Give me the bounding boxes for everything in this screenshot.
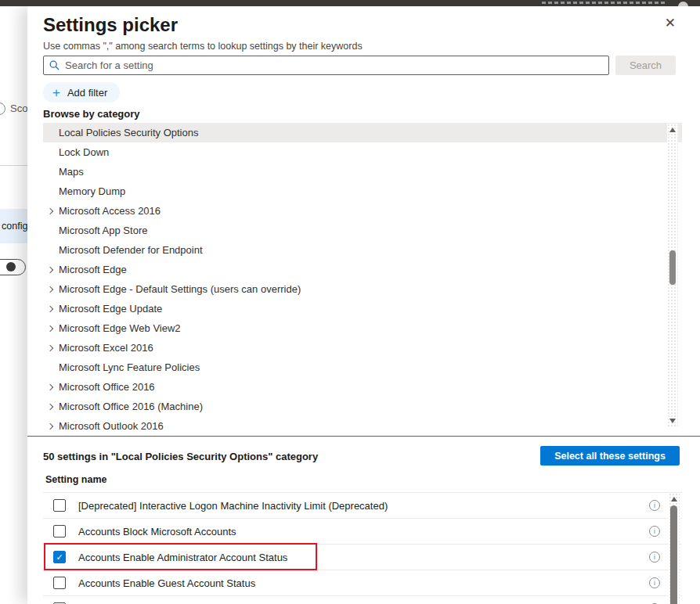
chevron-right-icon: [46, 148, 56, 157]
section-divider: [27, 436, 700, 437]
setting-row[interactable]: ✓ Accounts Enable Administrator Account …: [43, 545, 682, 570]
scroll-up-icon[interactable]: [671, 497, 677, 502]
chevron-right-icon: [46, 304, 56, 314]
category-label: Maps: [59, 166, 84, 178]
chevron-right-icon: [46, 363, 56, 372]
category-label: Microsoft Excel 2016: [59, 342, 153, 354]
category-item[interactable]: Microsoft Edge - Default Settings (users…: [43, 279, 682, 299]
add-filter-button[interactable]: + Add filter: [43, 82, 120, 102]
avatar[interactable]: [678, 2, 688, 6]
category-label: Microsoft Edge - Default Settings (users…: [59, 283, 301, 295]
setting-checkbox[interactable]: ✓: [53, 577, 66, 589]
setting-row[interactable]: ✓ Accounts Enable Guest Account Status i: [43, 570, 682, 596]
top-navigation-bar: [0, 0, 700, 6]
category-item[interactable]: Memory Dump: [43, 182, 682, 201]
category-item[interactable]: Microsoft Edge Web View2: [43, 318, 682, 338]
category-list: Local Policies Security Options Lock Dow…: [43, 123, 682, 430]
info-icon: [0, 102, 5, 115]
category-item[interactable]: Microsoft Excel 2016: [43, 338, 682, 358]
category-item[interactable]: Microsoft App Store: [43, 221, 682, 240]
plus-icon: +: [52, 86, 60, 99]
setting-label: Accounts Block Microsoft Accounts: [78, 526, 236, 537]
chevron-right-icon: [46, 265, 56, 275]
setting-row[interactable]: ✓ Accounts Block Microsoft Accounts i: [43, 519, 682, 545]
background-divider: [0, 165, 27, 166]
category-label: Lock Down: [59, 146, 109, 158]
add-filter-label: Add filter: [67, 87, 107, 99]
setting-checkbox[interactable]: ✓: [53, 525, 66, 537]
account-text-sliver: [542, 2, 667, 4]
category-scrollbar[interactable]: [667, 124, 678, 427]
category-item[interactable]: Microsoft Office 2016: [43, 377, 682, 397]
toggle-knob-icon: [6, 262, 16, 271]
chevron-right-icon: [46, 343, 56, 353]
chevron-right-icon: [46, 207, 56, 216]
search-button[interactable]: Search: [615, 56, 676, 75]
chevron-right-icon: [46, 383, 56, 392]
category-item[interactable]: Microsoft Office 2016 (Machine): [43, 397, 682, 416]
chevron-right-icon: [46, 187, 56, 196]
setting-name-column-header: Setting name: [45, 474, 107, 485]
info-icon[interactable]: i: [649, 552, 660, 563]
chevron-right-icon: [46, 246, 56, 255]
setting-row[interactable]: ✓ Accounts Limit Local Account Use Of Bl…: [43, 596, 682, 604]
setting-label: Accounts Enable Guest Account Status: [78, 577, 255, 589]
scrollbar-thumb[interactable]: [669, 250, 676, 285]
config-partial-text: config: [2, 221, 27, 232]
category-label: Local Policies Security Options: [59, 127, 198, 138]
setting-label: Accounts Enable Administrator Account St…: [78, 552, 287, 563]
close-icon[interactable]: ✕: [665, 16, 676, 30]
category-label: Microsoft Lync Feature Policies: [59, 361, 200, 373]
page-title: Settings picker: [43, 14, 178, 36]
category-label: Microsoft Defender for Endpoint: [59, 244, 203, 256]
category-label: Microsoft Office 2016: [59, 381, 155, 393]
chevron-right-icon: [46, 422, 56, 430]
panel-subtitle: Use commas "," among search terms to loo…: [43, 41, 363, 52]
settings-picker-panel: Settings picker ✕ Use commas "," among s…: [27, 6, 700, 604]
browse-by-category-label: Browse by category: [43, 108, 140, 120]
category-item[interactable]: Lock Down: [43, 142, 682, 162]
table-scrollbar[interactable]: [669, 493, 680, 604]
category-label: Microsoft Office 2016 (Machine): [59, 401, 203, 412]
category-item[interactable]: Microsoft Access 2016: [43, 201, 682, 221]
setting-label: [Deprecated] Interactive Logon Machine I…: [78, 500, 388, 512]
category-item[interactable]: Local Policies Security Options: [43, 123, 682, 142]
category-item[interactable]: Maps: [43, 162, 682, 182]
category-label: Microsoft App Store: [59, 225, 147, 236]
chevron-right-icon: [46, 402, 56, 412]
setting-row[interactable]: ✓ [Deprecated] Interactive Logon Machine…: [43, 493, 682, 519]
background-toggle[interactable]: [0, 259, 26, 275]
category-item[interactable]: Microsoft Defender for Endpoint: [43, 240, 682, 260]
results-summary: 50 settings in "Local Policies Security …: [43, 451, 318, 462]
chevron-right-icon: [46, 128, 56, 138]
scope-partial-text: Sco: [10, 102, 27, 114]
category-item[interactable]: Microsoft Edge Update: [43, 299, 682, 318]
info-icon[interactable]: i: [649, 577, 660, 588]
chevron-right-icon: [46, 324, 56, 333]
category-item[interactable]: Microsoft Outlook 2016: [43, 416, 682, 430]
setting-checkbox[interactable]: ✓: [53, 499, 66, 512]
scroll-down-icon[interactable]: [669, 419, 676, 423]
category-label: Microsoft Edge Update: [59, 303, 162, 315]
select-all-button[interactable]: Select all these settings: [540, 446, 680, 466]
settings-table: ✓ [Deprecated] Interactive Logon Machine…: [43, 492, 682, 604]
info-icon[interactable]: i: [649, 500, 660, 511]
chevron-right-icon: [46, 285, 56, 294]
setting-checkbox[interactable]: ✓: [53, 551, 66, 563]
search-input[interactable]: [43, 56, 609, 75]
scroll-up-icon[interactable]: [669, 128, 676, 132]
category-label: Microsoft Edge Web View2: [59, 322, 181, 334]
scrollbar-thumb[interactable]: [670, 505, 677, 604]
check-icon: ✓: [56, 553, 63, 562]
category-label: Microsoft Outlook 2016: [59, 420, 164, 430]
category-label: Microsoft Access 2016: [59, 205, 161, 217]
category-item[interactable]: Microsoft Lync Feature Policies: [43, 358, 682, 377]
info-icon[interactable]: i: [649, 526, 660, 537]
category-label: Microsoft Edge: [59, 264, 127, 275]
category-item[interactable]: Microsoft Edge: [43, 260, 682, 279]
chevron-right-icon: [46, 167, 56, 177]
background-config-link[interactable]: config: [0, 209, 27, 243]
category-label: Memory Dump: [59, 185, 125, 197]
chevron-right-icon: [46, 226, 56, 235]
